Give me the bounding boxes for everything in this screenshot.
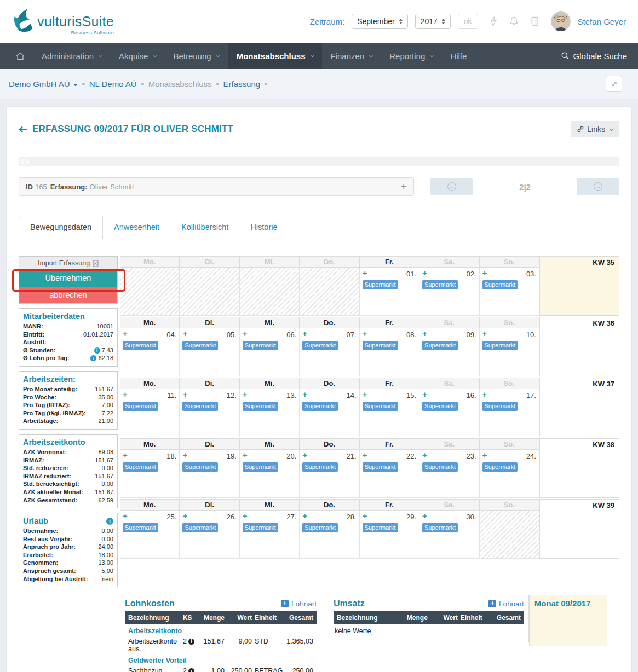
day-cell[interactable]: 06. Supermarkt bbox=[240, 328, 300, 376]
add-entry-icon[interactable] bbox=[182, 331, 187, 337]
assignment-badge[interactable]: Supermarkt bbox=[422, 402, 458, 411]
accept-button[interactable]: Übernehmen bbox=[19, 270, 117, 287]
assignment-badge[interactable]: Supermarkt bbox=[363, 523, 398, 532]
assignment-badge[interactable]: Supermarkt bbox=[482, 402, 518, 411]
assignment-badge[interactable]: Supermarkt bbox=[363, 280, 398, 289]
assignment-badge[interactable]: Supermarkt bbox=[302, 402, 338, 411]
add-entry-icon[interactable] bbox=[123, 452, 128, 459]
day-cell[interactable]: 09. Supermarkt bbox=[419, 328, 479, 376]
back-arrow-icon[interactable] bbox=[19, 126, 28, 133]
add-entry-icon[interactable] bbox=[182, 513, 187, 519]
day-cell[interactable]: 03. Supermarkt bbox=[480, 268, 539, 316]
assignment-badge[interactable]: Supermarkt bbox=[422, 280, 458, 289]
ok-button[interactable]: ok bbox=[458, 14, 478, 29]
add-entry-icon[interactable] bbox=[302, 391, 307, 398]
day-cell[interactable]: 18. Supermarkt bbox=[120, 450, 180, 498]
day-cell[interactable]: 02. Supermarkt bbox=[419, 268, 479, 316]
nav-item[interactable]: Hilfe bbox=[441, 43, 475, 69]
next-record-button[interactable]: → bbox=[577, 178, 619, 195]
assignment-badge[interactable]: Supermarkt bbox=[363, 341, 398, 350]
prev-record-button[interactable]: ← bbox=[430, 178, 473, 195]
day-cell[interactable]: 07. Supermarkt bbox=[300, 328, 359, 376]
info-icon[interactable] bbox=[188, 639, 194, 645]
lohnkosten-row[interactable]: Arbeitszeitkonto aus. 2 151,67 9,00 STD … bbox=[125, 635, 317, 654]
add-lohnart-link[interactable]: Lohnart bbox=[488, 600, 524, 608]
day-cell[interactable]: 22. Supermarkt bbox=[360, 450, 419, 498]
assignment-badge[interactable]: Supermarkt bbox=[182, 402, 218, 411]
day-cell[interactable]: 01. Supermarkt bbox=[360, 268, 419, 316]
add-entry-icon[interactable] bbox=[363, 391, 367, 398]
lohnkosten-row[interactable]: Sachbezug Unterkunft 1 Bettz. 2 1,00 250… bbox=[125, 665, 317, 672]
links-button[interactable]: Links bbox=[571, 121, 619, 137]
day-cell[interactable]: 15. Supermarkt bbox=[360, 389, 419, 437]
app-logo[interactable]: vulturisSuite Business Software bbox=[12, 8, 114, 35]
add-entry-icon[interactable] bbox=[363, 331, 367, 337]
add-entry-icon[interactable] bbox=[422, 452, 427, 459]
assignment-badge[interactable]: Supermarkt bbox=[123, 402, 158, 411]
year-select[interactable]: 2017 bbox=[415, 14, 451, 29]
expand-icon[interactable] bbox=[606, 76, 622, 92]
day-cell[interactable]: 24. Supermarkt bbox=[480, 450, 539, 498]
info-icon[interactable] bbox=[90, 355, 96, 361]
day-cell[interactable]: 11. Supermarkt bbox=[120, 389, 180, 437]
day-cell[interactable]: 28. Supermarkt bbox=[300, 511, 359, 559]
cancel-button[interactable]: abbrechen bbox=[19, 287, 117, 303]
nav-item[interactable]: Administration bbox=[33, 43, 110, 69]
add-entry-icon[interactable] bbox=[363, 513, 367, 519]
month-select[interactable]: September bbox=[352, 14, 407, 29]
day-cell[interactable]: 19. Supermarkt bbox=[180, 450, 239, 498]
add-entry-icon[interactable] bbox=[243, 331, 248, 337]
assignment-badge[interactable]: Supermarkt bbox=[302, 523, 338, 532]
tab[interactable]: Kolliübersicht bbox=[170, 216, 239, 239]
home-icon[interactable] bbox=[8, 43, 33, 69]
record-selector[interactable]: ID 165 Erfassung: Oliver Schmitt + bbox=[19, 177, 414, 196]
import-header[interactable]: Import Erfassung bbox=[19, 257, 117, 270]
add-entry-icon[interactable] bbox=[482, 270, 487, 276]
assignment-badge[interactable]: Supermarkt bbox=[243, 523, 278, 532]
add-entry-icon[interactable] bbox=[182, 391, 187, 398]
breadcrumb-item[interactable]: NL Demo AÜ bbox=[89, 79, 137, 89]
add-entry-icon[interactable] bbox=[422, 391, 427, 398]
nav-item[interactable]: Betreuung bbox=[164, 43, 227, 69]
day-cell[interactable]: 17. Supermarkt bbox=[480, 389, 539, 437]
add-entry-icon[interactable] bbox=[182, 452, 187, 459]
add-entry-icon[interactable] bbox=[243, 391, 248, 398]
day-cell[interactable]: 20. Supermarkt bbox=[240, 450, 300, 498]
add-entry-icon[interactable] bbox=[302, 452, 307, 459]
day-cell[interactable]: 13. Supermarkt bbox=[240, 389, 300, 437]
assignment-badge[interactable]: Supermarkt bbox=[123, 341, 158, 350]
assignment-badge[interactable]: Supermarkt bbox=[182, 462, 218, 472]
assignment-badge[interactable]: Supermarkt bbox=[243, 402, 278, 411]
add-entry-icon[interactable] bbox=[302, 513, 307, 519]
nav-item[interactable]: Akquise bbox=[110, 43, 164, 69]
day-cell[interactable]: 04. Supermarkt bbox=[120, 328, 180, 376]
assignment-badge[interactable]: Supermarkt bbox=[243, 462, 278, 472]
assignment-badge[interactable]: Supermarkt bbox=[182, 341, 218, 350]
user-avatar[interactable] bbox=[551, 11, 571, 31]
tab[interactable]: Bewegungsdaten bbox=[19, 216, 103, 239]
day-cell[interactable]: 21. Supermarkt bbox=[300, 450, 359, 498]
assignment-badge[interactable]: Supermarkt bbox=[422, 523, 458, 532]
day-cell[interactable]: 08. Supermarkt bbox=[360, 328, 419, 376]
tab[interactable]: Anwesenheit bbox=[103, 216, 170, 239]
assignment-badge[interactable]: Supermarkt bbox=[422, 341, 458, 350]
nav-item[interactable]: Monatsabschluss bbox=[228, 43, 322, 69]
assignment-badge[interactable]: Supermarkt bbox=[482, 462, 518, 472]
assignment-badge[interactable]: Supermarkt bbox=[363, 402, 398, 411]
assignment-badge[interactable]: Supermarkt bbox=[243, 341, 278, 350]
day-cell[interactable] bbox=[180, 268, 239, 316]
add-entry-icon[interactable] bbox=[243, 513, 248, 519]
add-entry-icon[interactable] bbox=[123, 391, 128, 398]
day-cell[interactable]: 29. Supermarkt bbox=[360, 511, 419, 559]
nav-item[interactable]: Reporting bbox=[381, 43, 441, 69]
info-icon[interactable] bbox=[94, 347, 100, 354]
day-cell[interactable]: 10. Supermarkt bbox=[480, 328, 539, 376]
add-entry-icon[interactable] bbox=[243, 452, 248, 459]
assignment-badge[interactable]: Supermarkt bbox=[123, 523, 158, 532]
add-entry-icon[interactable] bbox=[123, 331, 128, 337]
assignment-badge[interactable]: Supermarkt bbox=[182, 523, 218, 532]
breadcrumb-item[interactable]: Erfassung bbox=[223, 79, 261, 89]
global-search[interactable]: Globale Suche bbox=[561, 43, 630, 69]
bell-icon[interactable] bbox=[509, 16, 519, 27]
day-cell[interactable] bbox=[300, 268, 359, 316]
